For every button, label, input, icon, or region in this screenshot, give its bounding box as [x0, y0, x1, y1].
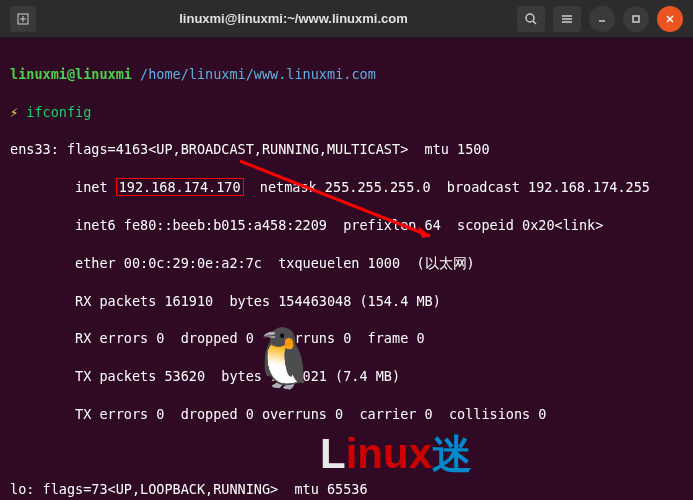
- ens33-rx-errors: RX errors 0 dropped 0 overruns 0 frame 0: [10, 329, 683, 348]
- ens33-tx-errors: TX errors 0 dropped 0 overruns 0 carrier…: [10, 405, 683, 424]
- menu-button[interactable]: [553, 6, 581, 32]
- search-button[interactable]: [517, 6, 545, 32]
- ens33-inet-prefix: inet: [10, 179, 116, 195]
- prompt-path: /home/linuxmi/www.linuxmi.com: [140, 66, 376, 82]
- maximize-button[interactable]: [623, 6, 649, 32]
- window-titlebar: linuxmi@linuxmi:~/www.linuxmi.com: [0, 0, 693, 38]
- titlebar-left-controls: [10, 6, 70, 32]
- prompt-symbol: ⚡: [10, 104, 18, 120]
- svg-point-3: [526, 14, 534, 22]
- ens33-header: ens33: flags=4163<UP,BROADCAST,RUNNING,M…: [10, 140, 683, 159]
- svg-rect-9: [633, 16, 639, 22]
- lo-header: lo: flags=73<UP,LOOPBACK,RUNNING> mtu 65…: [10, 480, 683, 499]
- ens33-ether: ether 00:0c:29:0e:a2:7c txqueuelen 1000 …: [10, 254, 683, 273]
- terminal-content[interactable]: linuxmi@linuxmi /home/linuxmi/www.linuxm…: [0, 38, 693, 500]
- window-title: linuxmi@linuxmi:~/www.linuxmi.com: [70, 11, 517, 26]
- ens33-inet-rest: netmask 255.255.255.0 broadcast 192.168.…: [244, 179, 650, 195]
- close-button[interactable]: [657, 6, 683, 32]
- titlebar-right-controls: [517, 6, 683, 32]
- ens33-rx-packets: RX packets 161910 bytes 154463048 (154.4…: [10, 292, 683, 311]
- ens33-inet6: inet6 fe80::beeb:b015:a458:2209 prefixle…: [10, 216, 683, 235]
- svg-line-4: [533, 21, 536, 24]
- highlighted-ip: 192.168.174.170: [116, 178, 244, 196]
- ens33-tx-packets: TX packets 53620 bytes 7437021 (7.4 MB): [10, 367, 683, 386]
- prompt-user-host: linuxmi@linuxmi: [10, 66, 132, 82]
- command-text: ifconfig: [26, 104, 91, 120]
- red-arrow-annotation: [230, 156, 450, 256]
- minimize-button[interactable]: [589, 6, 615, 32]
- new-tab-button[interactable]: [10, 6, 36, 32]
